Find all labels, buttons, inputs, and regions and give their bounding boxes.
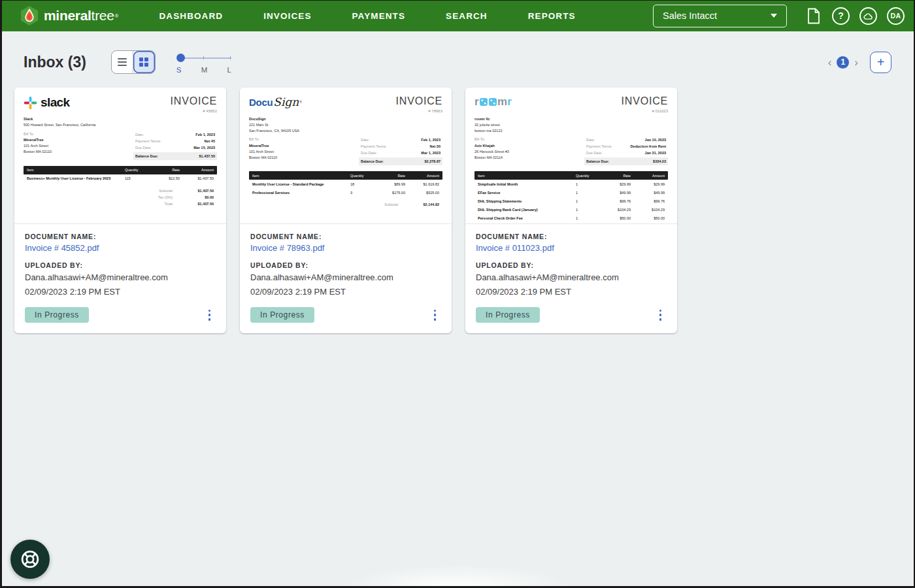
table-header-cell: Amount bbox=[631, 174, 665, 178]
table-row: Monthly User License - Standard Package1… bbox=[249, 180, 442, 188]
text-line: boston ma 02122 bbox=[474, 128, 668, 134]
upload-timestamp: 02/09/2023 2:19 PM EST bbox=[250, 286, 441, 298]
table-header-cell: Amount bbox=[405, 174, 439, 178]
document-link[interactable]: Invoice # 011023.pdf bbox=[476, 243, 667, 253]
invoice-line-items: ItemQuantityRateAmount Simplisafe Initia… bbox=[474, 171, 668, 222]
document-name-label: DOCUMENT NAME: bbox=[250, 233, 441, 240]
uploader-email: Dana.alhasawi+AM@mineraltree.com bbox=[250, 272, 441, 284]
grid-view-button[interactable] bbox=[133, 51, 155, 73]
invoice-preview[interactable]: slack INVOICE # 45852 Slack500 Howard St… bbox=[14, 88, 226, 224]
document-link[interactable]: Invoice # 78963.pdf bbox=[250, 243, 441, 253]
nav-item-search[interactable]: SEARCH bbox=[446, 11, 488, 21]
nav-item-invoices[interactable]: INVOICES bbox=[263, 11, 311, 21]
lifebuoy-icon bbox=[19, 548, 41, 570]
document-link[interactable]: Invoice # 45852.pdf bbox=[25, 243, 216, 253]
grid-view-icon bbox=[139, 57, 148, 67]
help-widget-button[interactable] bbox=[10, 540, 50, 579]
kv-row: Tax (0%):$0.00 bbox=[24, 194, 217, 201]
slider-tick-l bbox=[230, 56, 231, 59]
table-header-cell: Quantity bbox=[350, 174, 375, 178]
prev-page-chevron[interactable]: ‹ bbox=[828, 57, 832, 68]
kv-row: Due Date:Mar 1, 2023 bbox=[359, 150, 442, 156]
docusign-wordmark-sign: Sign bbox=[273, 95, 299, 108]
table-row: DHL Shipping Bank Card (January)1$104.29… bbox=[474, 205, 668, 214]
slider-label-l[interactable]: L bbox=[227, 66, 231, 74]
bill-to-block: Bill To: Aziz Khajah26 Hancock Street #3… bbox=[474, 137, 509, 165]
slider-labels: S M L bbox=[176, 66, 231, 74]
invoice-card-slack: slack INVOICE # 45852 Slack500 Howard St… bbox=[14, 88, 226, 333]
bottom-glow bbox=[340, 564, 575, 588]
bill-to-block: Bill To: MineralTree101 Arch StreetBosto… bbox=[249, 137, 277, 165]
help-icon[interactable]: ? bbox=[832, 7, 850, 25]
add-invoice-button[interactable]: + bbox=[870, 52, 891, 73]
slider-label-m[interactable]: M bbox=[201, 66, 208, 74]
nav-item-dashboard[interactable]: DASHBOARD bbox=[159, 11, 224, 21]
mineraltree-logo[interactable]: mineraltree® bbox=[20, 5, 119, 26]
roomr-letter: r bbox=[474, 95, 479, 108]
view-toggle bbox=[111, 50, 156, 74]
docusign-logo: DocuSign® bbox=[249, 95, 302, 108]
table-header-cell: Item bbox=[27, 168, 125, 172]
kebab-menu-icon[interactable] bbox=[656, 307, 666, 323]
avatar[interactable]: DA bbox=[887, 7, 905, 25]
text-line: 221 Main St bbox=[249, 122, 442, 128]
table-header-cell: Item bbox=[252, 174, 350, 178]
document-name-label: DOCUMENT NAME: bbox=[476, 233, 667, 240]
invoice-number: # 011023 bbox=[622, 109, 668, 113]
kebab-menu-icon[interactable] bbox=[205, 307, 215, 323]
table-header-cell: Rate bbox=[150, 168, 180, 172]
kv-row: Payment Terms:Deduction from Rent bbox=[584, 143, 668, 150]
nav-item-reports[interactable]: REPORTS bbox=[528, 11, 576, 21]
card-size-slider[interactable]: S M L bbox=[176, 49, 231, 75]
next-page-chevron[interactable]: › bbox=[854, 57, 858, 68]
invoice-title: INVOICE bbox=[171, 95, 217, 107]
card-body: DOCUMENT NAME: Invoice # 78963.pdf UPLOA… bbox=[240, 224, 452, 333]
table-header-cell: Item bbox=[478, 174, 576, 178]
entity-selector[interactable]: Sales Intacct bbox=[653, 5, 787, 27]
document-icon[interactable] bbox=[805, 7, 822, 25]
invoice-preview[interactable]: DocuSign® INVOICE # 78963 DocuSign221 Ma… bbox=[240, 88, 452, 224]
invoice-preview[interactable]: r m r INVOICE # 011023 roomr llc32 julie… bbox=[465, 88, 677, 224]
bill-to-label: Bill To: bbox=[24, 131, 52, 137]
docusign-reg-mark: ® bbox=[299, 100, 302, 104]
invoice-line-items: ItemQuantityRateAmount Business+ Monthly… bbox=[24, 166, 217, 183]
roomr-o-glyph bbox=[489, 98, 497, 106]
invoice-meta: Date:Feb 1, 2023Payment Terms:Net 45Due … bbox=[133, 131, 217, 160]
current-page-indicator[interactable]: 1 bbox=[837, 56, 849, 69]
nav-item-payments[interactable]: PAYMENTS bbox=[352, 11, 406, 21]
roomr-logo: r m r bbox=[474, 95, 512, 108]
invoice-card-roomr: r m r INVOICE # 011023 roomr llc32 julie… bbox=[465, 88, 677, 333]
slider-label-s[interactable]: S bbox=[176, 66, 182, 74]
bill-to-label: Bill To: bbox=[474, 137, 509, 142]
slider-knob[interactable] bbox=[176, 54, 185, 62]
kv-row: Date:Feb 1, 2023 bbox=[359, 137, 442, 143]
page-title: Inbox (3) bbox=[24, 54, 86, 71]
text-line: MineralTree bbox=[24, 137, 52, 143]
slack-wordmark: slack bbox=[41, 95, 70, 110]
text-line: Boston MA 02110 bbox=[24, 149, 52, 155]
invoice-totals: Subtotal:$1,437.50Tax (0%):$0.00Total:$1… bbox=[24, 188, 217, 207]
balance-due-row: Balance Due: $334.03 bbox=[584, 157, 668, 165]
text-line: Boston MA 02114 bbox=[474, 155, 509, 161]
kebab-menu-icon[interactable] bbox=[430, 307, 441, 323]
kv-row: Total:$1,437.50 bbox=[24, 201, 217, 207]
slack-hash-icon bbox=[24, 96, 37, 110]
cloud-icon[interactable] bbox=[859, 7, 877, 25]
kv-row: Payment Terms:Net 45 bbox=[133, 138, 217, 144]
uploader-email: Dana.alhasawi+AM@mineraltree.com bbox=[476, 272, 667, 284]
list-view-button[interactable] bbox=[112, 51, 133, 73]
text-line: San Francisco, CA, 94105 USA bbox=[249, 128, 442, 134]
kv-row: Subtotal:$2,144.82 bbox=[249, 201, 442, 208]
table-header-cell: Quantity bbox=[576, 174, 601, 178]
chevron-down-icon bbox=[771, 14, 777, 18]
text-line: 101 Arch Street bbox=[249, 149, 277, 155]
table-row: Simplisafe Initial Month1$29.99$29.99 bbox=[474, 180, 668, 188]
upload-timestamp: 02/09/2023 2:19 PM EST bbox=[25, 286, 216, 298]
table-row: Business+ Monthly User License - Februar… bbox=[24, 174, 217, 183]
uploaded-by-label: UPLOADED BY: bbox=[25, 261, 216, 269]
invoice-title: INVOICE bbox=[622, 95, 668, 107]
top-navbar: mineraltree® DASHBOARD INVOICES PAYMENTS… bbox=[0, 0, 915, 31]
table-header-cell: Quantity bbox=[125, 168, 150, 172]
table-row: EFax Service1$49.99$49.99 bbox=[474, 188, 668, 197]
card-body: DOCUMENT NAME: Invoice # 011023.pdf UPLO… bbox=[465, 224, 677, 333]
